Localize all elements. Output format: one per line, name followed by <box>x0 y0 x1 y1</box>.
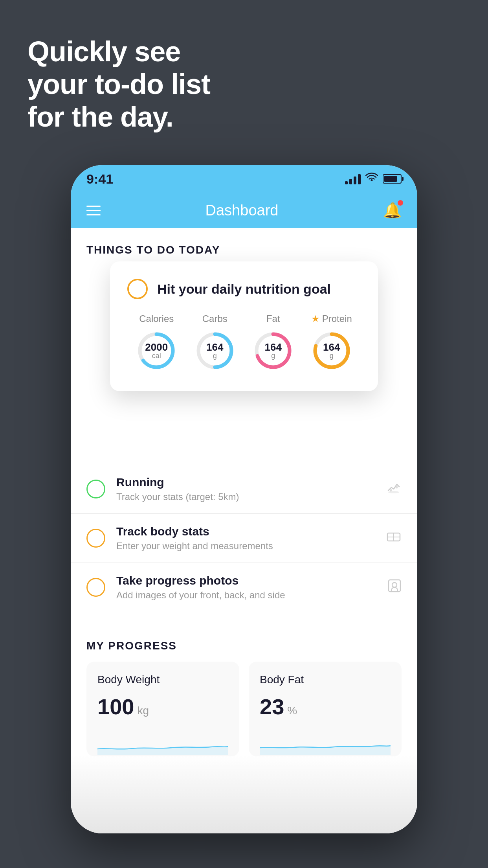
progress-cards: Body Weight 100 kg Body Fat 23 % <box>86 662 402 756</box>
body-weight-value-row: 100 kg <box>97 694 228 719</box>
nutrition-card-header: Hit your daily nutrition goal <box>127 279 361 299</box>
body-weight-card[interactable]: Body Weight 100 kg <box>86 662 239 756</box>
macro-protein: ★Protein 164 g <box>310 313 353 372</box>
progress-photos-subtitle: Add images of your front, back, and side <box>116 590 376 601</box>
progress-photos-icon <box>387 579 402 596</box>
body-stats-title: Track body stats <box>116 525 375 538</box>
macro-fat: Fat 164 g <box>251 313 295 372</box>
todo-progress-photos[interactable]: Take progress photos Add images of your … <box>71 563 417 612</box>
body-stats-check-circle <box>86 529 105 548</box>
calories-label: Calories <box>139 313 174 324</box>
content-area: THINGS TO DO TODAY Hit your daily nutrit… <box>71 228 417 833</box>
body-fat-unit: % <box>287 704 297 717</box>
hero-line3: for the day. <box>28 101 210 133</box>
fat-label: Fat <box>266 313 280 324</box>
todo-list: Running Track your stats (target: 5km) <box>71 465 417 612</box>
status-time: 9:41 <box>86 171 113 187</box>
body-weight-value: 100 <box>97 694 134 719</box>
carbs-label: Carbs <box>202 313 227 324</box>
status-bar: 9:41 <box>71 165 417 193</box>
wifi-icon <box>365 173 378 186</box>
progress-photos-check-circle <box>86 578 105 597</box>
app-header: Dashboard 🔔 <box>71 193 417 228</box>
svg-point-8 <box>388 491 399 493</box>
running-check-circle <box>86 480 105 498</box>
star-icon: ★ <box>311 313 320 324</box>
running-subtitle: Track your stats (target: 5km) <box>116 491 375 502</box>
protein-donut: 164 g <box>310 329 353 372</box>
hero-text: Quickly see your to-do list for the day. <box>28 35 210 133</box>
todo-running[interactable]: Running Track your stats (target: 5km) <box>71 465 417 514</box>
carbs-value: 164 <box>206 342 223 352</box>
menu-button[interactable] <box>86 206 101 215</box>
protein-label: ★Protein <box>311 313 352 324</box>
running-title: Running <box>116 476 375 489</box>
body-fat-chart <box>260 731 391 755</box>
body-stats-icon <box>386 530 402 546</box>
carbs-donut: 164 g <box>193 329 237 372</box>
macro-calories: Calories 2000 cal <box>135 313 178 372</box>
body-fat-value: 23 <box>260 694 284 719</box>
macro-carbs: Carbs 164 g <box>193 313 237 372</box>
signal-icon <box>345 173 361 184</box>
hero-line1: Quickly see <box>28 35 210 68</box>
todo-body-stats[interactable]: Track body stats Enter your weight and m… <box>71 514 417 563</box>
things-to-do-header: THINGS TO DO TODAY <box>71 228 417 264</box>
notification-button[interactable]: 🔔 <box>383 202 402 219</box>
body-fat-title: Body Fat <box>260 673 391 686</box>
progress-header: MY PROGRESS <box>86 628 402 662</box>
hero-line2: your to-do list <box>28 68 210 101</box>
header-title: Dashboard <box>205 202 279 219</box>
body-weight-unit: kg <box>137 704 149 717</box>
phone-frame: 9:41 <box>71 165 417 833</box>
calories-value: 2000 <box>145 342 168 352</box>
status-icons <box>345 173 402 186</box>
fat-donut: 164 g <box>251 329 295 372</box>
svg-point-13 <box>392 583 397 587</box>
nutrition-check-circle <box>127 279 148 299</box>
nutrition-title: Hit your daily nutrition goal <box>157 281 331 297</box>
battery-icon <box>383 174 402 184</box>
body-fat-card[interactable]: Body Fat 23 % <box>249 662 402 756</box>
protein-value: 164 <box>323 342 340 352</box>
body-fat-value-row: 23 % <box>260 694 391 719</box>
running-icon <box>386 481 402 497</box>
progress-photos-title: Take progress photos <box>116 574 376 587</box>
svg-rect-12 <box>389 580 400 592</box>
body-stats-subtitle: Enter your weight and measurements <box>116 541 375 552</box>
fat-value: 164 <box>265 342 282 352</box>
calories-donut: 2000 cal <box>135 329 178 372</box>
nutrition-card[interactable]: Hit your daily nutrition goal Calories 2… <box>110 261 378 391</box>
nutrition-macros: Calories 2000 cal Carbs <box>127 313 361 372</box>
progress-section: MY PROGRESS Body Weight 100 kg B <box>71 628 417 756</box>
notification-badge <box>398 200 403 206</box>
body-weight-title: Body Weight <box>97 673 228 686</box>
body-weight-chart <box>97 731 228 755</box>
